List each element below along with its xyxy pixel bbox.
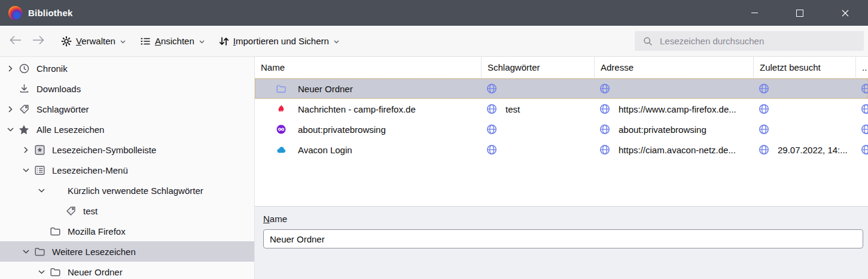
minimize-icon (751, 13, 758, 13)
import-backup-menu-button[interactable]: Importieren und Sichern (219, 36, 339, 47)
forward-icon (31, 33, 45, 49)
cell-name: Neuer Ordner (255, 78, 482, 99)
globe-icon (599, 83, 610, 94)
table-body: Neuer OrdnerNachrichten - camp-firefox.d… (255, 78, 868, 160)
cell-address: https://ciam.avacon-netz.de... (595, 140, 754, 160)
cell-value: https://ciam.avacon-netz.de... (619, 145, 736, 155)
column-header-label: Zuletzt besucht (760, 62, 821, 72)
cell-value: about:privatebrowsing (619, 125, 706, 135)
name-field-input[interactable] (263, 229, 863, 248)
tag-icon (18, 104, 30, 114)
back-button[interactable] (7, 33, 24, 50)
sidebar-item-downloads[interactable]: Downloads (0, 78, 254, 99)
globe-icon (486, 144, 497, 155)
cloud-icon (276, 145, 286, 154)
sidebar-item-weitere-lesezeichen[interactable]: Weitere Lesezeichen (0, 241, 254, 262)
chevron-down-icon (334, 40, 339, 44)
chevron-down-icon (120, 40, 126, 44)
globe-icon (486, 83, 497, 94)
cell-overflow (856, 78, 868, 99)
bookmarks-menu-icon (33, 165, 45, 175)
import-backup-menu-label: Importieren und Sichern (233, 36, 329, 46)
table-header-row: NameSchlagwörterAdresseZuletzt besucht.. (255, 57, 868, 78)
globe-icon (759, 104, 769, 114)
sidebar-item-label: Lesezeichen-Menü (52, 165, 128, 175)
maximize-button[interactable] (777, 0, 823, 26)
minimize-button[interactable] (732, 0, 777, 26)
chevron-right-icon[interactable] (4, 65, 17, 72)
titlebar: Bibliothek (0, 0, 868, 26)
globe-icon (599, 124, 610, 135)
sidebar-item-schlagwörter[interactable]: Schlagwörter (0, 99, 254, 119)
chevron-down-icon[interactable] (19, 168, 32, 172)
cell-name: Avacon Login (255, 140, 482, 160)
library-toolbar: Verwalten Ansichten Importieren und Sich… (0, 26, 868, 57)
maximize-icon (796, 10, 803, 17)
table-row[interactable]: Neuer Ordner (255, 78, 868, 99)
cell-address: https://www.camp-firefox.de... (595, 99, 754, 119)
cell-address (595, 78, 754, 99)
sidebar-item-alle-lesezeichen[interactable]: Alle Lesezeichen (0, 119, 254, 140)
manage-menu-button[interactable]: Verwalten (61, 36, 126, 47)
gear-icon (61, 36, 72, 47)
forward-button[interactable] (30, 33, 47, 50)
folder-icon (49, 268, 61, 277)
cell-tags (482, 78, 595, 99)
main-panel: NameSchlagwörterAdresseZuletzt besucht..… (255, 57, 868, 279)
column-header-label: Schlagwörter (488, 62, 540, 72)
chevron-down-icon[interactable] (4, 128, 17, 132)
table-row[interactable]: about:privatebrowsingabout:privatebrowsi… (255, 119, 868, 140)
views-icon (140, 36, 151, 47)
sidebar-item-neuer-ordner[interactable]: Neuer Ordner (0, 262, 254, 279)
bookmark-search-box[interactable] (635, 31, 864, 51)
globe-icon (861, 83, 868, 94)
column-header-last_visited[interactable]: Zuletzt besucht (754, 57, 856, 78)
bookmarks-toolbar-icon (33, 145, 45, 155)
cell-tags: test (482, 99, 595, 119)
sidebar-item-kürzlich-verwendete-schlagwörter[interactable]: Kürzlich verwendete Schlagwörter (0, 180, 254, 201)
globe-icon (861, 124, 868, 135)
sidebar-item-chronik[interactable]: Chronik (0, 58, 254, 78)
folder-icon (33, 247, 45, 256)
cell-overflow (856, 99, 868, 119)
flame-icon (276, 104, 286, 114)
sidebar-item-label: Downloads (36, 84, 81, 94)
column-header-overflow[interactable]: .. (856, 57, 868, 78)
sidebar-item-label: Neuer Ordner (68, 267, 123, 277)
column-header-address[interactable]: Adresse (595, 57, 754, 78)
cell-last_visited (754, 99, 856, 119)
chevron-down-icon[interactable] (35, 189, 48, 193)
cell-name: about:privatebrowsing (255, 119, 482, 140)
chevron-right-icon[interactable] (19, 147, 32, 153)
globe-icon (861, 144, 868, 155)
sidebar-item-mozilla-firefox[interactable]: Mozilla Firefox (0, 221, 254, 241)
globe-icon (599, 144, 610, 155)
sidebar-item-label: Alle Lesezeichen (36, 125, 104, 135)
cell-value: https://www.camp-firefox.de... (619, 104, 736, 114)
private-browsing-icon (276, 125, 286, 134)
sidebar-item-lesezeichen-symbolleiste[interactable]: Lesezeichen-Symbolleiste (0, 140, 254, 160)
chevron-down-icon[interactable] (35, 270, 48, 274)
globe-icon (861, 104, 868, 114)
column-header-name[interactable]: Name (255, 57, 482, 78)
sidebar-item-label: Mozilla Firefox (68, 226, 126, 236)
window-title: Bibliothek (28, 8, 73, 18)
bookmark-title: about:privatebrowsing (298, 125, 386, 135)
search-icon (642, 37, 654, 46)
chevron-down-icon[interactable] (19, 250, 32, 254)
cell-overflow (856, 119, 868, 140)
column-header-tags[interactable]: Schlagwörter (482, 57, 595, 78)
close-button[interactable] (823, 0, 868, 26)
views-menu-button[interactable]: Ansichten (140, 36, 205, 47)
globe-icon (759, 144, 769, 155)
sidebar-item-test[interactable]: test (0, 201, 254, 221)
chevron-right-icon[interactable] (4, 106, 17, 113)
table-row[interactable]: Avacon Loginhttps://ciam.avacon-netz.de.… (255, 140, 868, 160)
sidebar-item-label: Schlagwörter (36, 104, 89, 114)
sidebar-item-lesezeichen-menü[interactable]: Lesezeichen-Menü (0, 160, 254, 180)
cell-value: 29.07.2022, 14:... (778, 145, 848, 155)
search-input[interactable] (659, 35, 858, 47)
sidebar-item-label: Lesezeichen-Symbolleiste (52, 145, 156, 155)
table-row[interactable]: Nachrichten - camp-firefox.detesthttps:/… (255, 99, 868, 119)
cell-overflow (856, 140, 868, 160)
